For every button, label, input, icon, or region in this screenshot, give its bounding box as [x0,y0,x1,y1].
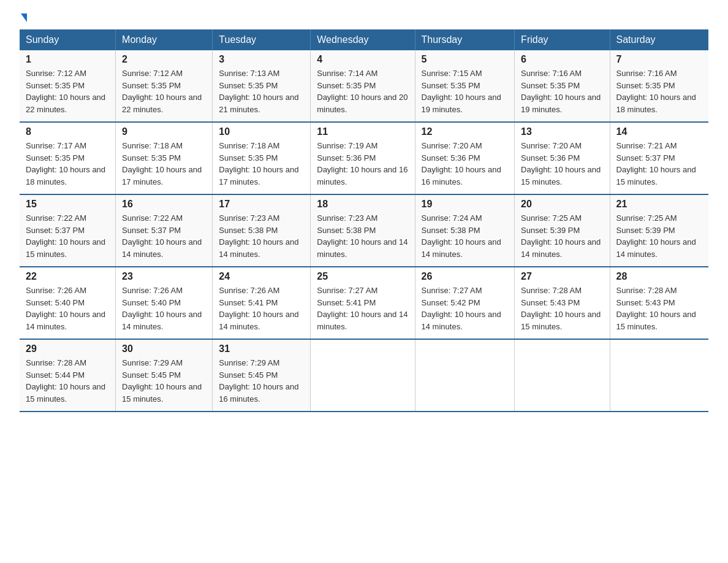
calendar-cell: 17 Sunrise: 7:23 AM Sunset: 5:38 PM Dayl… [213,194,311,267]
sunset-label: Sunset: 5:36 PM [422,153,480,163]
daylight-label: Daylight: 10 hours and 14 minutes. [422,237,501,259]
daylight-label: Daylight: 10 hours and 15 minutes. [521,165,601,186]
sunrise-label: Sunrise: 7:27 AM [317,286,377,295]
sunrise-label: Sunrise: 7:13 AM [219,69,279,78]
calendar-cell: 13 Sunrise: 7:20 AM Sunset: 5:36 PM Dayl… [515,122,610,194]
day-number: 5 [422,54,509,65]
day-of-week-thursday: Thursday [415,29,515,50]
daylight-label: Daylight: 10 hours and 17 minutes. [122,165,202,186]
day-info: Sunrise: 7:13 AM Sunset: 5:35 PM Dayligh… [219,67,304,115]
sunrise-label: Sunrise: 7:19 AM [317,141,377,150]
day-number: 18 [317,199,408,210]
day-info: Sunrise: 7:18 AM Sunset: 5:35 PM Dayligh… [122,140,206,188]
sunrise-label: Sunrise: 7:26 AM [219,286,279,295]
calendar-cell: 8 Sunrise: 7:17 AM Sunset: 5:35 PM Dayli… [20,122,116,194]
calendar-header: SundayMondayTuesdayWednesdayThursdayFrid… [20,29,708,50]
sunset-label: Sunset: 5:43 PM [521,298,580,307]
calendar-cell: 10 Sunrise: 7:18 AM Sunset: 5:35 PM Dayl… [213,122,311,194]
day-info: Sunrise: 7:25 AM Sunset: 5:39 PM Dayligh… [521,212,603,260]
day-info: Sunrise: 7:29 AM Sunset: 5:45 PM Dayligh… [122,357,206,405]
sunset-label: Sunset: 5:39 PM [616,226,675,235]
sunset-label: Sunset: 5:45 PM [219,370,278,380]
sunset-label: Sunset: 5:41 PM [317,298,376,307]
day-number: 2 [122,54,206,65]
sunset-label: Sunset: 5:35 PM [616,81,675,90]
day-number: 4 [317,54,408,65]
daylight-label: Daylight: 10 hours and 17 minutes. [219,165,298,186]
sunrise-label: Sunrise: 7:28 AM [521,286,582,295]
day-info: Sunrise: 7:25 AM Sunset: 5:39 PM Dayligh… [616,212,702,260]
calendar-cell: 18 Sunrise: 7:23 AM Sunset: 5:38 PM Dayl… [311,194,415,267]
week-row-3: 15 Sunrise: 7:22 AM Sunset: 5:37 PM Dayl… [20,194,708,267]
sunrise-label: Sunrise: 7:16 AM [521,69,582,78]
daylight-label: Daylight: 10 hours and 18 minutes. [26,165,105,186]
daylight-label: Daylight: 10 hours and 14 minutes. [616,237,696,259]
day-of-week-saturday: Saturday [610,29,708,50]
daylight-label: Daylight: 10 hours and 16 minutes. [422,165,501,186]
week-row-1: 1 Sunrise: 7:12 AM Sunset: 5:35 PM Dayli… [20,50,708,122]
calendar-cell: 20 Sunrise: 7:25 AM Sunset: 5:39 PM Dayl… [515,194,610,267]
daylight-label: Daylight: 10 hours and 19 minutes. [422,93,501,114]
sunset-label: Sunset: 5:37 PM [616,153,675,163]
day-number: 20 [521,199,603,210]
week-row-5: 29 Sunrise: 7:28 AM Sunset: 5:44 PM Dayl… [20,339,708,412]
sunset-label: Sunset: 5:44 PM [26,370,85,380]
calendar-body: 1 Sunrise: 7:12 AM Sunset: 5:35 PM Dayli… [20,50,708,412]
calendar-cell [415,339,515,412]
daylight-label: Daylight: 10 hours and 21 minutes. [219,93,298,114]
daylight-label: Daylight: 10 hours and 14 minutes. [122,237,202,259]
day-info: Sunrise: 7:15 AM Sunset: 5:35 PM Dayligh… [422,67,509,115]
daylight-label: Daylight: 10 hours and 15 minutes. [122,382,202,404]
day-info: Sunrise: 7:12 AM Sunset: 5:35 PM Dayligh… [26,67,109,115]
sunrise-label: Sunrise: 7:24 AM [422,213,482,223]
daylight-label: Daylight: 10 hours and 14 minutes. [26,310,105,331]
day-info: Sunrise: 7:16 AM Sunset: 5:35 PM Dayligh… [521,67,603,115]
sunrise-label: Sunrise: 7:12 AM [122,69,183,78]
sunset-label: Sunset: 5:38 PM [317,226,376,235]
calendar-cell: 16 Sunrise: 7:22 AM Sunset: 5:37 PM Dayl… [116,194,213,267]
sunrise-label: Sunrise: 7:20 AM [422,141,482,150]
day-of-week-wednesday: Wednesday [311,29,415,50]
calendar-cell: 25 Sunrise: 7:27 AM Sunset: 5:41 PM Dayl… [311,267,415,339]
day-of-week-sunday: Sunday [20,29,116,50]
daylight-label: Daylight: 10 hours and 16 minutes. [317,165,408,186]
daylight-label: Daylight: 10 hours and 14 minutes. [122,310,202,331]
day-info: Sunrise: 7:27 AM Sunset: 5:41 PM Dayligh… [317,285,408,332]
sunrise-label: Sunrise: 7:26 AM [122,286,183,295]
day-number: 13 [521,126,603,137]
logo-arrow-icon [21,13,27,22]
day-info: Sunrise: 7:16 AM Sunset: 5:35 PM Dayligh… [616,67,702,115]
day-number: 10 [219,126,304,137]
day-number: 3 [219,54,304,65]
day-number: 30 [122,343,206,354]
week-row-4: 22 Sunrise: 7:26 AM Sunset: 5:40 PM Dayl… [20,267,708,339]
sunrise-label: Sunrise: 7:23 AM [219,213,279,223]
calendar-cell: 19 Sunrise: 7:24 AM Sunset: 5:38 PM Dayl… [415,194,515,267]
day-number: 15 [26,199,109,210]
calendar-cell: 12 Sunrise: 7:20 AM Sunset: 5:36 PM Dayl… [415,122,515,194]
day-info: Sunrise: 7:17 AM Sunset: 5:35 PM Dayligh… [26,140,109,188]
calendar-cell: 27 Sunrise: 7:28 AM Sunset: 5:43 PM Dayl… [515,267,610,339]
day-number: 9 [122,126,206,137]
calendar-cell: 24 Sunrise: 7:26 AM Sunset: 5:41 PM Dayl… [213,267,311,339]
daylight-label: Daylight: 10 hours and 14 minutes. [219,237,298,259]
day-number: 11 [317,126,408,137]
sunrise-label: Sunrise: 7:22 AM [26,213,86,223]
calendar-cell: 3 Sunrise: 7:13 AM Sunset: 5:35 PM Dayli… [213,50,311,122]
day-number: 7 [616,54,702,65]
daylight-label: Daylight: 10 hours and 14 minutes. [521,237,601,259]
sunrise-label: Sunrise: 7:25 AM [616,213,677,223]
daylight-label: Daylight: 10 hours and 18 minutes. [616,93,696,114]
calendar-cell: 5 Sunrise: 7:15 AM Sunset: 5:35 PM Dayli… [415,50,515,122]
day-number: 8 [26,126,109,137]
day-number: 23 [122,271,206,282]
day-info: Sunrise: 7:23 AM Sunset: 5:38 PM Dayligh… [317,212,408,260]
day-number: 12 [422,126,509,137]
sunset-label: Sunset: 5:35 PM [122,153,181,163]
calendar-cell: 31 Sunrise: 7:29 AM Sunset: 5:45 PM Dayl… [213,339,311,412]
calendar-cell: 2 Sunrise: 7:12 AM Sunset: 5:35 PM Dayli… [116,50,213,122]
calendar-cell: 4 Sunrise: 7:14 AM Sunset: 5:35 PM Dayli… [311,50,415,122]
calendar-cell: 28 Sunrise: 7:28 AM Sunset: 5:43 PM Dayl… [610,267,708,339]
day-number: 1 [26,54,109,65]
day-number: 6 [521,54,603,65]
